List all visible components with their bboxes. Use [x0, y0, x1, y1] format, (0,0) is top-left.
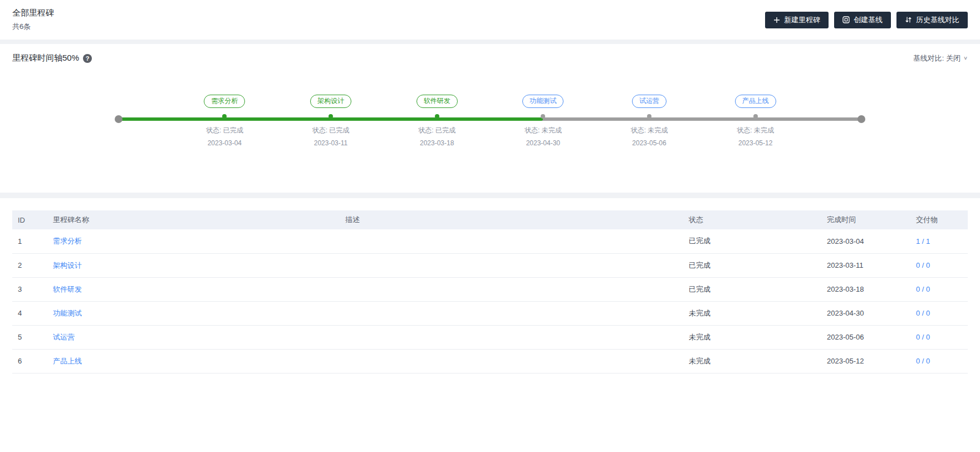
- milestone-table-section: ID 里程碑名称 描述 状态 完成时间 交付物 1 需求分析 已完成 2023-…: [0, 198, 980, 452]
- cell-desc: [340, 229, 683, 253]
- deliverable-link[interactable]: 0 / 0: [916, 261, 930, 269]
- column-header-status: 状态: [683, 210, 821, 229]
- cell-desc: [340, 253, 683, 277]
- milestone-node: 功能测试 状态: 未完成 2023-04-30: [496, 95, 590, 147]
- milestone-status: 状态: 已完成: [206, 126, 243, 135]
- table-row: 3 软件研发 已完成 2023-03-18 0 / 0: [12, 277, 968, 301]
- milestone-date: 2023-05-06: [632, 139, 666, 147]
- deliverable-link[interactable]: 0 / 0: [916, 333, 930, 341]
- deliverable-link[interactable]: 0 / 0: [916, 285, 930, 293]
- baseline-compare-dropdown[interactable]: 基线对比: 关闭 ∨: [913, 53, 968, 63]
- help-icon[interactable]: ?: [83, 54, 92, 63]
- milestone-name-link[interactable]: 产品上线: [53, 357, 82, 365]
- column-header-desc: 描述: [340, 210, 683, 229]
- cell-status: 未完成: [683, 301, 821, 325]
- milestone-name-link[interactable]: 需求分析: [53, 237, 82, 245]
- header-actions: 新建里程碑 创建基线 历史基线对比: [765, 12, 968, 28]
- milestone-status: 状态: 未完成: [737, 126, 774, 135]
- column-header-date: 完成时间: [821, 210, 910, 229]
- compare-icon: [905, 16, 912, 23]
- new-milestone-button[interactable]: 新建里程碑: [765, 12, 829, 28]
- cell-desc: [340, 349, 683, 373]
- cell-desc: [340, 301, 683, 325]
- history-baseline-compare-button[interactable]: 历史基线对比: [896, 12, 968, 28]
- milestone-name-link[interactable]: 试运营: [53, 333, 75, 341]
- cell-date: 2023-05-06: [821, 325, 910, 349]
- milestone-label-pill[interactable]: 架构设计: [310, 95, 351, 108]
- milestone-name-link[interactable]: 软件研发: [53, 285, 82, 293]
- column-header-deliverable: 交付物: [910, 210, 968, 229]
- cell-desc: [340, 277, 683, 301]
- milestone-name-link[interactable]: 架构设计: [53, 261, 82, 269]
- cell-id: 5: [12, 325, 47, 349]
- cell-id: 1: [12, 229, 47, 253]
- milestone-count: 共6条: [12, 22, 54, 32]
- table-row: 1 需求分析 已完成 2023-03-04 1 / 1: [12, 229, 968, 253]
- milestone-status: 状态: 已完成: [312, 126, 350, 135]
- table-row: 4 功能测试 未完成 2023-04-30 0 / 0: [12, 301, 968, 325]
- cell-id: 2: [12, 253, 47, 277]
- cell-id: 3: [12, 277, 47, 301]
- cell-status: 已完成: [683, 277, 821, 301]
- cell-status: 已完成: [683, 229, 821, 253]
- page-header: 全部里程碑 共6条 新建里程碑 创建基线 历史基线对比: [0, 0, 980, 40]
- cell-status: 未完成: [683, 349, 821, 373]
- milestone-status: 状态: 未完成: [631, 126, 668, 135]
- milestone-dot: [222, 114, 227, 119]
- milestone-node: 试运营 状态: 未完成 2023-05-06: [602, 95, 697, 147]
- milestone-node: 架构设计 状态: 已完成 2023-03-11: [283, 95, 378, 147]
- table-row: 5 试运营 未完成 2023-05-06 0 / 0: [12, 325, 968, 349]
- timeline-title: 里程碑时间轴50%: [12, 53, 79, 63]
- baseline-compare-dropdown-label: 基线对比: 关闭: [913, 53, 961, 63]
- baseline-icon: [842, 16, 850, 23]
- table-header-row: ID 里程碑名称 描述 状态 完成时间 交付物: [12, 210, 968, 229]
- milestone-table: ID 里程碑名称 描述 状态 完成时间 交付物 1 需求分析 已完成 2023-…: [12, 210, 968, 374]
- cell-date: 2023-04-30: [821, 301, 910, 325]
- cell-desc: [340, 325, 683, 349]
- column-header-id: ID: [12, 210, 47, 229]
- cell-status: 已完成: [683, 253, 821, 277]
- timeline-start-dot: [115, 115, 122, 123]
- milestone-date: 2023-03-11: [314, 139, 348, 147]
- milestone-label-pill[interactable]: 产品上线: [735, 95, 776, 108]
- create-baseline-button-label: 创建基线: [854, 15, 883, 25]
- history-baseline-compare-button-label: 历史基线对比: [916, 15, 959, 25]
- milestone-date: 2023-03-04: [208, 139, 242, 147]
- column-header-name: 里程碑名称: [47, 210, 340, 229]
- cell-id: 4: [12, 301, 47, 325]
- page-title: 全部里程碑: [12, 8, 54, 18]
- milestone-status: 状态: 已完成: [418, 126, 455, 135]
- deliverable-link[interactable]: 0 / 0: [916, 357, 930, 365]
- deliverable-link[interactable]: 0 / 0: [916, 309, 930, 317]
- create-baseline-button[interactable]: 创建基线: [834, 12, 891, 28]
- milestone-dot: [541, 114, 545, 119]
- new-milestone-button-label: 新建里程碑: [784, 15, 820, 25]
- milestone-label-pill[interactable]: 软件研发: [416, 95, 458, 108]
- milestone-node: 产品上线 状态: 未完成 2023-05-12: [708, 95, 803, 147]
- cell-date: 2023-03-04: [821, 229, 910, 253]
- milestone-timeline: 需求分析 状态: 已完成 2023-03-04 架构设计 状态: 已完成 202…: [12, 95, 968, 167]
- milestone-status: 状态: 未完成: [525, 126, 562, 135]
- milestone-label-pill[interactable]: 试运营: [632, 95, 667, 108]
- plus-icon: [773, 17, 780, 23]
- milestone-dot: [647, 114, 651, 119]
- milestone-dot: [753, 114, 758, 119]
- milestone-node: 需求分析 状态: 已完成 2023-03-04: [177, 95, 272, 147]
- milestone-label-pill[interactable]: 需求分析: [204, 95, 245, 108]
- cell-date: 2023-03-11: [821, 253, 910, 277]
- milestone-label-pill[interactable]: 功能测试: [522, 95, 564, 108]
- chevron-down-icon: ∨: [963, 55, 968, 61]
- milestone-date: 2023-03-18: [420, 139, 454, 147]
- table-row: 2 架构设计 已完成 2023-03-11 0 / 0: [12, 253, 968, 277]
- table-row: 6 产品上线 未完成 2023-05-12 0 / 0: [12, 349, 968, 373]
- deliverable-link[interactable]: 1 / 1: [916, 237, 930, 245]
- cell-date: 2023-05-12: [821, 349, 910, 373]
- milestone-node: 软件研发 状态: 已完成 2023-03-18: [390, 95, 484, 147]
- timeline-end-dot: [857, 115, 865, 123]
- cell-id: 6: [12, 349, 47, 373]
- timeline-section: 里程碑时间轴50% ? 基线对比: 关闭 ∨ 需求分析 状态: 已完成 2023…: [0, 44, 980, 193]
- milestone-name-link[interactable]: 功能测试: [53, 309, 82, 317]
- milestone-date: 2023-04-30: [526, 139, 560, 147]
- cell-date: 2023-03-18: [821, 277, 910, 301]
- cell-status: 未完成: [683, 325, 821, 349]
